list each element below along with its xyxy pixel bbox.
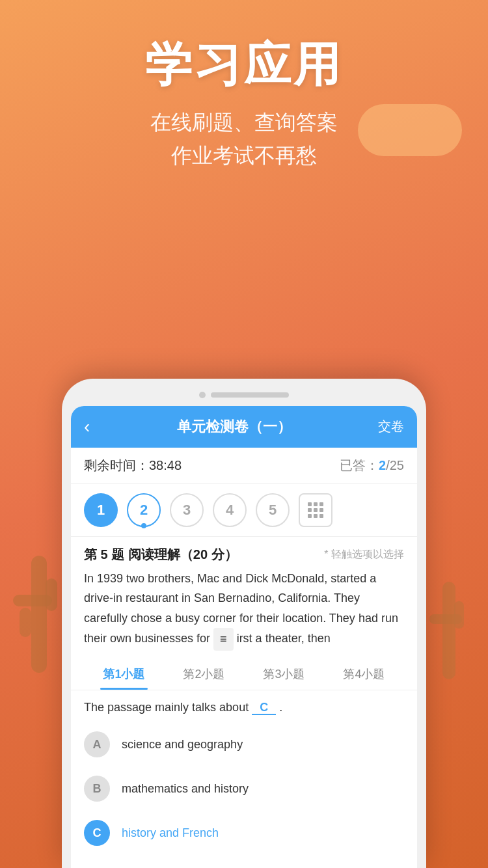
hero-section: 学习应用 在线刷题、查询答案 作业考试不再愁 (0, 0, 488, 173)
answered-count: 2 (379, 458, 386, 472)
timer-display: 剩余时间：38:48 (84, 457, 182, 474)
svg-rect-2 (46, 578, 57, 611)
option-a[interactable]: A science and geography (84, 722, 404, 766)
hero-subtitle-line1: 在线刷题、查询答案 (0, 106, 488, 139)
submit-button[interactable]: 交卷 (378, 418, 404, 435)
question-hint: * 轻触选项以选择 (324, 548, 404, 562)
sub-tabs: 第1小题 第2小题 第3小题 第4小题 (71, 658, 417, 690)
sub-tab-1[interactable]: 第1小题 (84, 658, 164, 690)
hero-title: 学习应用 (0, 39, 488, 90)
hero-subtitle: 在线刷题、查询答案 作业考试不再愁 (0, 106, 488, 172)
timer-row: 剩余时间：38:48 已答：2/25 (71, 448, 417, 484)
app-content: ‹ 单元检测卷（一） 交卷 剩余时间：38:48 已答：2/25 1 2 3 4… (71, 406, 417, 868)
q-answer-display: C (252, 701, 276, 715)
answered-label: 已答： (340, 458, 379, 472)
passage-overlay: ≡ (213, 628, 234, 651)
svg-rect-4 (442, 582, 455, 679)
option-b-text: mathematics and history (122, 782, 249, 796)
phone-mockup: ‹ 单元检测卷（一） 交卷 剩余时间：38:48 已答：2/25 1 2 3 4… (62, 379, 426, 868)
question-text: The passage mainly talks about C . (71, 690, 417, 722)
q-text-before: The passage mainly talks about (84, 701, 249, 714)
answered-total: 25 (390, 458, 404, 472)
app-header: ‹ 单元检测卷（一） 交卷 (71, 406, 417, 448)
cactus-left-icon (13, 543, 65, 686)
header-title: 单元检测卷（一） (177, 417, 291, 437)
sub-tab-2[interactable]: 第2小题 (164, 658, 244, 690)
sub-tab-3[interactable]: 第3小题 (244, 658, 324, 690)
question-number-3[interactable]: 3 (170, 493, 204, 527)
cactus-right-icon (429, 569, 468, 686)
timer-label: 剩余时间： (84, 458, 149, 472)
sub-tab-4[interactable]: 第4小题 (324, 658, 404, 690)
svg-rect-6 (454, 601, 464, 629)
option-b[interactable]: B mathematics and history (84, 766, 404, 811)
svg-rect-3 (20, 608, 31, 637)
question-grid-button[interactable] (299, 493, 332, 527)
question-number-2[interactable]: 2 (127, 493, 161, 527)
q-text-after: . (279, 701, 282, 714)
hero-subtitle-line2: 作业考试不再愁 (0, 139, 488, 172)
phone-notch (71, 392, 417, 398)
option-a-text: science and geography (122, 738, 243, 752)
question-number-1[interactable]: 1 (84, 493, 118, 527)
question-number-5[interactable]: 5 (256, 493, 290, 527)
question-title: 第 5 题 阅读理解（20 分） (84, 546, 237, 563)
timer-value: 38:48 (149, 458, 182, 472)
notch-bar (211, 392, 289, 398)
passage-text: In 1939 two brothers, Mac and Dick McDon… (71, 569, 417, 658)
svg-rect-0 (31, 556, 47, 673)
question-number-4[interactable]: 4 (213, 493, 247, 527)
option-a-circle: A (84, 731, 110, 757)
question-title-row: 第 5 题 阅读理解（20 分） * 轻触选项以选择 (71, 537, 417, 569)
question-numbers: 1 2 3 4 5 (71, 484, 417, 537)
option-c-circle: C (84, 820, 110, 846)
options-list: A science and geography B mathematics an… (71, 722, 417, 868)
grid-icon (308, 502, 323, 518)
passage-content-2: irst a theater, then (234, 632, 331, 645)
option-b-circle: B (84, 776, 110, 802)
back-button[interactable]: ‹ (84, 416, 90, 437)
option-c-text: history and French (122, 826, 219, 840)
answered-display: 已答：2/25 (340, 457, 404, 474)
notch-dot (199, 392, 206, 398)
option-c[interactable]: C history and French (84, 811, 404, 855)
